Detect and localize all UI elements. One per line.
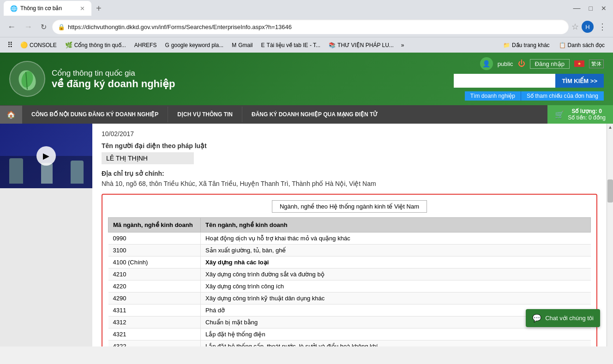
site-header: Cổng thông tin quốc gia về đăng ký doanh… [0,53,613,105]
table-row: 4322Lắp đặt hệ thống cấp, thoát nước, lò… [108,340,591,347]
power-icon[interactable]: ⏻ [518,60,525,68]
industry-code: 4100 (Chính) [108,257,201,269]
new-tab-button[interactable]: + [93,3,104,14]
industry-name: Sản xuất giường, tủ, bàn, ghế [201,245,591,257]
address-bar: ← → ↻ 🔒 ☆ H ⋮ [0,17,613,37]
console-label: CONSOLE [30,42,57,48]
cart-icon: 🛒 [555,110,564,119]
scroll-up-arrow[interactable]: ▲ [607,124,613,131]
industry-name: Hoạt động dịch vụ hỗ trợ khai thác mỏ và… [201,233,591,245]
video-thumbnail[interactable]: ▶ [0,124,92,188]
table-row: 3100Sản xuất giường, tủ, bàn, ghế [108,245,591,257]
other-label: Dầu trang khác [512,42,550,48]
cong-label: Cổng thông tin quố... [74,42,126,48]
logo [9,61,45,97]
industry-code: 4312 [108,316,201,328]
url-bar[interactable]: 🔒 [52,19,569,34]
nav-item-1[interactable]: CÔNG BỐ NỘI DUNG ĐĂNG KÝ DOANH NGHIỆP [22,107,168,122]
profile-icon[interactable]: H [582,21,594,33]
site-title: Cổng thông tin quốc gia về đăng ký doanh… [52,68,175,90]
search-link-enterprise[interactable]: Tìm doanh nghiệp [465,91,521,101]
nav-home-button[interactable]: 🏠 [0,106,22,124]
rep-name-box: LÊ THỊ THỊNH [102,152,194,164]
header-right: 👤 public ⏻ Đăng nhập ★ 繁体 TÌM KIẾM >> Tì… [454,57,604,101]
tab-close-icon[interactable]: ✕ [80,5,85,12]
lock-icon: 🔒 [58,24,65,30]
menu-icon[interactable]: ⋮ [596,22,608,32]
site-title-line1: Cổng thông tin quốc gia [52,68,175,78]
industry-name: Xây dựng công trình đường sắt và đường b… [201,269,591,280]
lang-switch[interactable]: 繁体 [589,60,604,68]
industry-name: Lắp đặt hệ thống điện [201,328,591,340]
user-avatar: 👤 [480,57,493,70]
tab-favicon: 🌐 [10,5,18,12]
industry-code: 4322 [108,340,201,347]
bookmark-google[interactable]: G google keyword pla... [161,41,227,50]
bookmark-reading[interactable]: 📋 Danh sách đọc [555,41,608,50]
ie-label: Tài liệu về tab IE - T... [267,42,320,48]
minimize-icon[interactable]: — [571,3,583,13]
industry-name: Xây dựng công trình kỹ thuật dân dụng kh… [201,292,591,304]
thuvien-label: THƯ VIỆN PHÁP LU... [337,42,394,48]
search-input[interactable] [454,74,555,88]
reload-button[interactable]: ↻ [38,21,49,33]
gmail-favicon: M [232,42,236,48]
industry-code: 4290 [108,292,201,304]
url-input[interactable] [68,24,563,30]
bookmark-star-icon[interactable]: ☆ [571,22,579,32]
industry-code: 4220 [108,280,201,292]
bookmark-other[interactable]: 📁 Dầu trang khác [499,41,553,50]
search-link-order[interactable]: Số tham chiếu của đơn hàng [521,91,604,101]
console-favicon: 🟡 [20,42,28,48]
close-icon[interactable]: ✕ [598,4,609,13]
play-button-icon[interactable]: ▶ [36,146,56,166]
search-button[interactable]: TÌM KIẾM >> [555,74,604,88]
back-button[interactable]: ← [5,20,18,34]
bookmark-gmail[interactable]: M Gmail [228,41,256,50]
nav-item-3[interactable]: ĐĂNG KÝ DOANH NGHIỆP QUA MẠNG ĐIỆN TỬ [242,107,387,122]
cong-favicon: 🌿 [65,42,72,48]
chat-button[interactable]: 💬 Chat với chúng tôi [526,309,600,327]
bookmark-cong-thong-tin[interactable]: 🌿 Cổng thông tin quố... [61,40,130,50]
industry-code: 3100 [108,245,201,257]
maximize-icon[interactable]: □ [586,4,595,13]
bookmark-more[interactable]: » [398,41,407,50]
ie-favicon: E [261,42,265,48]
industry-name: Xây dựng công trình công ích [201,280,591,292]
ahrefs-label: AHREFS [134,42,157,48]
gmail-label: Gmail [238,42,252,48]
scrollbar-thumb[interactable] [607,179,613,203]
rep-name: LÊ THỊ THỊNH [106,155,148,162]
bookmarks-bar: ⠿ 🟡 CONSOLE 🌿 Cổng thông tin quố... AHRE… [0,37,613,53]
search-links: Tìm doanh nghiệp Số tham chiếu của đơn h… [465,91,604,101]
bookmark-ahrefs[interactable]: AHREFS [131,41,161,50]
table-row: 4210Xây dựng công trình đường sắt và đườ… [108,269,591,280]
tab[interactable]: 🌐 Thông tin cơ bản ✕ [4,1,91,16]
industry-name: Xây dựng nhà các loại [201,257,591,269]
scrollbar-track[interactable]: ▲ ▼ [607,124,613,346]
scroll-down-arrow[interactable]: ▼ [607,344,613,346]
site-title-line2: về đăng ký doanh nghiệp [52,78,175,90]
bookmark-thuvien[interactable]: 📚 THƯ VIỆN PHÁP LU... [325,41,397,50]
window-controls: — □ ✕ [571,3,609,13]
address-text: Nhà 10, ngõ 68, thôn Triều Khúc, Xã Tân … [102,180,597,187]
website-content: Cổng thông tin quốc gia về đăng ký doanh… [0,53,613,346]
tab-title: Thông tin cơ bản [20,5,77,12]
table-title-wrapper: Ngành, nghề theo Hệ thống ngành kinh tế … [108,200,591,213]
browser-title-bar: 🌐 Thông tin cơ bản ✕ + — □ ✕ [0,0,613,17]
bookmark-console[interactable]: 🟡 CONSOLE [17,40,60,50]
cart-count: Số lượng: 0 [568,108,606,114]
apps-icon[interactable]: ⠿ [5,40,16,50]
cart-area[interactable]: 🛒 Số lượng: 0 Số tiền: 0 đồng [547,105,613,124]
nav-item-2[interactable]: DỊCH VỤ THÔNG TIN [168,107,242,122]
google-favicon: G [165,42,169,48]
industry-code: 4311 [108,304,201,316]
bookmark-tailieuie[interactable]: E Tài liệu về tab IE - T... [258,41,325,50]
reading-label: Danh sách đọc [568,42,605,48]
login-button[interactable]: Đăng nhập [530,59,570,69]
table-row: 4311Phá dỡ [108,304,591,316]
table-row: 4220Xây dựng công trình công ích [108,280,591,292]
table-title: Ngành, nghề theo Hệ thống ngành kinh tế … [272,200,427,213]
address-label: Địa chỉ trụ sở chính: [102,170,597,177]
forward-button[interactable]: → [21,20,35,34]
